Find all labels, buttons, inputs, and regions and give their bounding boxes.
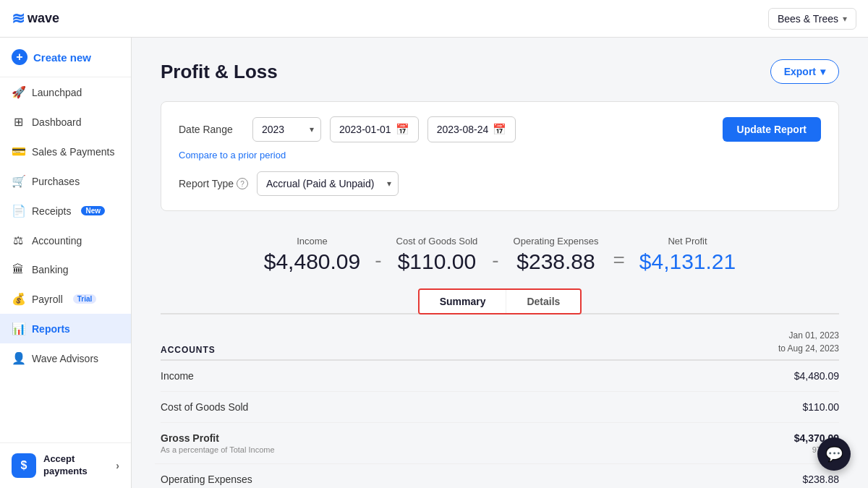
create-new-button[interactable]: + Create new: [0, 38, 131, 77]
export-button[interactable]: Export ▾: [770, 59, 839, 84]
wave-logo-icon: ≋: [12, 9, 23, 28]
tab-details[interactable]: Details: [506, 290, 580, 313]
receipts-new-badge: New: [81, 206, 105, 215]
payroll-icon: 💰: [12, 292, 25, 306]
chat-icon: 💬: [825, 445, 843, 463]
opex-row-value: $238.88: [802, 474, 839, 485]
minus-sign-1: -: [375, 249, 381, 272]
income-summary: Income $4,480.09: [264, 236, 360, 274]
dashboard-icon: ⊞: [12, 115, 25, 129]
update-report-button[interactable]: Update Report: [723, 117, 821, 142]
calendar-start-icon: 📅: [396, 123, 409, 136]
date-range-label: Date Range: [179, 124, 244, 135]
chat-button[interactable]: 💬: [817, 437, 851, 471]
accept-payments-label: Accept payments: [43, 453, 109, 478]
create-new-label: Create new: [33, 51, 91, 64]
cogs-row-label: Cost of Goods Sold: [161, 401, 248, 413]
sidebar-item-dashboard[interactable]: ⊞ Dashboard: [0, 107, 131, 137]
main-content: Profit & Loss Export ▾ Date Range 2023 2…: [132, 38, 868, 488]
sidebar-label-banking: Banking: [32, 264, 69, 275]
table-date-range: Jan 01, 2023 to Aug 24, 2023: [778, 329, 839, 355]
tabs-row: Summary Details: [161, 288, 839, 314]
income-row-value: $4,480.09: [794, 370, 839, 382]
date-start-input[interactable]: 2023-01-01 📅: [330, 116, 419, 142]
tabs-container: Summary Details: [418, 288, 582, 314]
wave-logo-text: wave: [27, 11, 59, 26]
sales-icon: 💳: [12, 145, 25, 158]
income-value: $4,480.09: [264, 249, 360, 274]
page-title: Profit & Loss: [161, 61, 278, 83]
sidebar-item-banking[interactable]: 🏛 Banking: [0, 255, 131, 284]
opex-summary: Operating Expenses $238.88: [514, 236, 599, 274]
wave-advisors-icon: 👤: [12, 351, 25, 365]
banking-icon: 🏛: [12, 263, 25, 276]
sidebar-label-accounting: Accounting: [32, 235, 82, 247]
cogs-row-value: $110.00: [802, 401, 839, 413]
sidebar-item-purchases[interactable]: 🛒 Purchases: [0, 166, 131, 196]
purchases-icon: 🛒: [12, 174, 25, 188]
table-row-opex: Operating Expenses $238.88: [161, 464, 839, 488]
income-row-label: Income: [161, 370, 194, 382]
reports-icon: 📊: [12, 322, 25, 335]
sidebar-label-payroll: Payroll: [32, 294, 63, 305]
receipts-icon: 📄: [12, 204, 25, 218]
sidebar-label-receipts: Receipts: [32, 205, 71, 217]
gross-profit-row-label: Gross Profit: [161, 432, 275, 444]
logo-area: ≋ wave: [12, 9, 59, 28]
accept-payments-item[interactable]: $ Accept payments ›: [0, 443, 131, 488]
top-nav: ≋ wave Bees & Trees ▾: [0, 0, 868, 38]
sidebar-item-wave-advisors[interactable]: 👤 Wave Advisors: [0, 343, 131, 373]
report-type-help-icon[interactable]: ?: [237, 178, 248, 189]
table-row-income: Income $4,480.09: [161, 361, 839, 392]
opex-label: Operating Expenses: [514, 236, 599, 247]
sidebar-label-wave-advisors: Wave Advisors: [32, 353, 98, 364]
plus-icon: +: [12, 49, 27, 65]
opex-value: $238.88: [514, 249, 599, 274]
export-label: Export: [784, 66, 816, 77]
sidebar-label-launchpad: Launchpad: [32, 87, 82, 98]
cogs-value: $110.00: [396, 249, 478, 274]
chevron-down-icon: ▾: [843, 14, 847, 24]
report-type-label: Report Type ?: [179, 178, 248, 189]
accounts-label: ACCOUNTS: [161, 345, 216, 355]
date-range-select[interactable]: 2023 2022 Custom: [252, 117, 321, 142]
report-type-select[interactable]: Accrual (Paid & Unpaid) Cash: [257, 171, 399, 196]
compare-link[interactable]: Compare to a prior period: [179, 150, 286, 160]
company-selector[interactable]: Bees & Trees ▾: [768, 8, 856, 30]
sidebar-item-payroll[interactable]: 💰 Payroll Trial: [0, 284, 131, 314]
sidebar-item-reports[interactable]: 📊 Reports: [0, 314, 131, 343]
date-end-value: 2023-08-24: [437, 124, 489, 135]
table-section: ACCOUNTS Jan 01, 2023 to Aug 24, 2023 In…: [161, 329, 839, 488]
cogs-summary: Cost of Goods Sold $110.00: [396, 236, 478, 274]
table-header: ACCOUNTS Jan 01, 2023 to Aug 24, 2023: [161, 329, 839, 361]
equals-sign: =: [613, 249, 624, 272]
launchpad-icon: 🚀: [12, 85, 25, 99]
sidebar-item-launchpad[interactable]: 🚀 Launchpad: [0, 77, 131, 107]
net-profit-label: Net Profit: [639, 236, 736, 247]
report-controls: Date Range 2023 2022 Custom ▾ 2023-01-01…: [161, 101, 839, 211]
date-range-select-wrapper[interactable]: 2023 2022 Custom ▾: [252, 117, 321, 142]
summary-metrics: Income $4,480.09 - Cost of Goods Sold $1…: [161, 228, 839, 274]
payroll-trial-badge: Trial: [73, 294, 97, 304]
report-type-select-wrapper[interactable]: Accrual (Paid & Unpaid) Cash ▾: [257, 171, 399, 196]
sidebar-item-sales-payments[interactable]: 💳 Sales & Payments: [0, 137, 131, 166]
sidebar: + Create new 🚀 Launchpad ⊞ Dashboard 💳 S…: [0, 38, 132, 488]
tab-summary[interactable]: Summary: [420, 290, 507, 313]
cogs-label: Cost of Goods Sold: [396, 236, 478, 247]
date-end-input[interactable]: 2023-08-24 📅: [427, 116, 516, 142]
accept-payments-icon: $: [12, 453, 36, 478]
calendar-end-icon: 📅: [493, 123, 506, 136]
sidebar-item-accounting[interactable]: ⚖ Accounting: [0, 226, 131, 255]
accounting-icon: ⚖: [12, 234, 25, 247]
gross-profit-row-sub: As a percentage of Total Income: [161, 445, 275, 454]
chevron-right-icon: ›: [116, 460, 119, 471]
opex-row-label: Operating Expenses: [161, 474, 252, 485]
export-chevron-icon: ▾: [820, 66, 825, 77]
sidebar-label-purchases: Purchases: [32, 176, 80, 187]
sidebar-item-receipts[interactable]: 📄 Receipts New: [0, 196, 131, 226]
sidebar-label-reports: Reports: [32, 323, 70, 335]
table-row-cogs: Cost of Goods Sold $110.00: [161, 392, 839, 423]
minus-sign-2: -: [492, 249, 498, 272]
income-label: Income: [264, 236, 360, 247]
net-profit-value: $4,131.21: [639, 249, 736, 274]
